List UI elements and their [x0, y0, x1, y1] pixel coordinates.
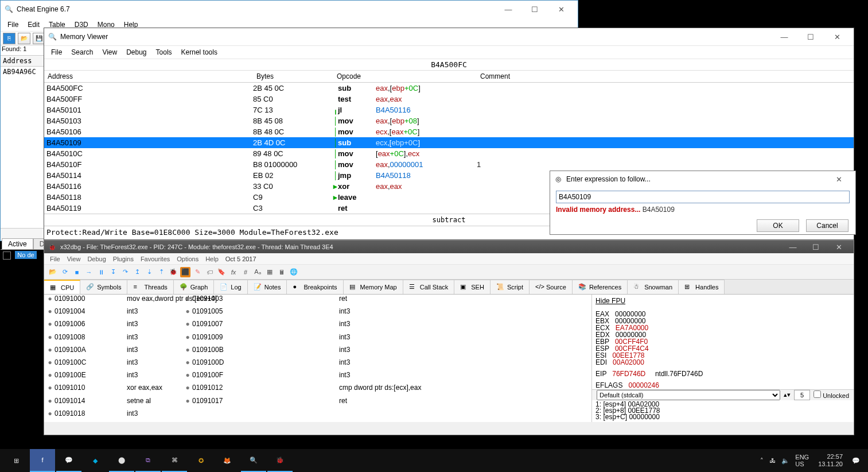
menu-tools[interactable]: Tools [151, 47, 177, 58]
expression-input[interactable] [556, 191, 850, 203]
menu-debug[interactable]: Debug [84, 254, 109, 264]
ok-button[interactable]: OK [757, 219, 799, 232]
menu-file[interactable]: File [46, 254, 64, 264]
minimize-button[interactable]: — [495, 1, 521, 18]
open-process-button[interactable]: ⎘ [3, 33, 15, 44]
grid-icon[interactable]: ▦ [264, 267, 275, 277]
x32-titlebar[interactable]: 🐞 x32dbg - File: TheForest32.exe - PID: … [44, 241, 854, 253]
patches-icon[interactable]: ⬛ [180, 267, 190, 277]
cheat-entry-description[interactable]: No de [15, 251, 36, 259]
step-out-icon[interactable]: ↥ [132, 267, 142, 277]
restart-icon[interactable]: ⟳ [60, 267, 70, 277]
tray-volume-icon[interactable]: 🔈 [781, 457, 789, 465]
disasm-row[interactable]: B4A5010C89 48 0C│mov[eax+0C],ecx [44, 148, 854, 159]
result-list[interactable]: Address AB94A96C [1, 56, 44, 228]
task-app-3[interactable]: ◆ [83, 449, 108, 472]
scylla-icon[interactable]: 🐞 [168, 267, 178, 277]
tray-network-icon[interactable]: 🖧 [769, 457, 776, 464]
task-discord[interactable]: 💬 [56, 449, 81, 472]
strings-icon[interactable]: Aₐ [252, 267, 263, 277]
step-into-icon[interactable]: ↧ [108, 267, 118, 277]
tab-log[interactable]: 📄Log [214, 280, 247, 294]
menu-plugins[interactable]: Plugins [110, 254, 137, 264]
step-over-icon[interactable]: ↷ [120, 267, 130, 277]
run-icon[interactable]: → [84, 267, 94, 277]
settings-icon[interactable]: 🌐 [289, 267, 299, 277]
task-app-1[interactable]: f [30, 449, 55, 472]
cheat-entry-checkbox[interactable] [3, 252, 11, 260]
tab-memory-map[interactable]: ▤Memory Map [344, 280, 403, 294]
disasm-row[interactable]: B4A501017C 13╷jlB4A50116 [44, 105, 854, 115]
menu-search[interactable]: Search [67, 47, 98, 58]
disasm-row[interactable]: B4A501038B 45 08│moveax,[ebp+08] [44, 115, 854, 126]
col-bytes[interactable]: Bytes [253, 71, 333, 82]
task-cheat-engine[interactable]: 🔍 [241, 449, 266, 472]
menu-options[interactable]: Options [173, 254, 202, 264]
menu-debug[interactable]: Debug [122, 47, 151, 58]
tab-cpu[interactable]: ▦CPU [44, 280, 80, 294]
task-app-6[interactable]: ⌘ [162, 449, 187, 472]
col-opcode[interactable]: Opcode [333, 71, 477, 82]
variables-icon[interactable]: # [240, 267, 251, 277]
comments-icon[interactable]: ✎ [192, 267, 203, 277]
trace-into-icon[interactable]: ⇣ [144, 267, 154, 277]
tab-breakpoints[interactable]: ●Breakpoints [287, 280, 343, 294]
tab-threads[interactable]: ≡Threads [127, 280, 173, 294]
tab-references[interactable]: 📚References [573, 280, 628, 294]
tray-chevron-up-icon[interactable]: ˄ [760, 457, 764, 465]
stop-icon[interactable]: ■ [72, 267, 82, 277]
menu-help[interactable]: Help [202, 254, 222, 264]
cancel-button[interactable]: Cancel [806, 219, 848, 232]
ce-titlebar[interactable]: 🔍 Cheat Engine 6.7 — ☐ ✕ [1, 1, 578, 18]
open-icon[interactable]: 📂 [48, 267, 58, 277]
minimize-button[interactable]: — [771, 28, 797, 45]
disasm-row[interactable]: B4A501068B 48 0C│movecx,[eax+0C] [44, 126, 854, 137]
disasm-row[interactable]: B4A500FF85 C0testeax,eax [44, 94, 854, 105]
maximize-button[interactable]: ☐ [804, 241, 827, 253]
open-file-button[interactable]: 📂 [18, 33, 30, 44]
param-count-spinner[interactable]: ▴▾ [784, 391, 791, 399]
disasm-row[interactable]: B4A5010FB8 01000000│moveax,000000011 [44, 159, 854, 170]
mv-titlebar[interactable]: 🔍 Memory Viewer — ☐ ✕ [44, 28, 854, 45]
task-app-8[interactable]: 🦊 [215, 449, 240, 472]
menu-view[interactable]: View [64, 254, 84, 264]
task-visual-studio[interactable]: ⧉ [135, 449, 161, 472]
hide-fpu-link[interactable]: Hide FPU [595, 297, 831, 305]
close-button[interactable]: ✕ [548, 1, 574, 18]
result-address[interactable]: AB94A96C [1, 67, 44, 77]
bookmarks-icon[interactable]: 🔖 [216, 267, 227, 277]
tab-script[interactable]: 📜Script [491, 280, 530, 294]
tab-handles[interactable]: ⊞Handles [679, 280, 725, 294]
tab-call-stack[interactable]: ☰Call Stack [403, 280, 455, 294]
registers-panel[interactable]: Hide FPU EAX 00000000EBX 00000000ECX EA7… [592, 295, 834, 389]
pause-icon[interactable]: ⏸ [96, 267, 106, 277]
disasm-row[interactable]: B4A501092B 4D 0C│subecx,[ebp+0C] [44, 137, 854, 148]
trace-over-icon[interactable]: ⇡ [156, 267, 166, 277]
maximize-button[interactable]: ☐ [521, 1, 548, 18]
menu-file[interactable]: File [3, 19, 23, 30]
task-steam[interactable]: ⬤ [109, 449, 134, 472]
tray-clock[interactable]: 22:57 13.11.20 [815, 453, 846, 468]
menu-edit[interactable]: Edit [23, 19, 44, 30]
labels-icon[interactable]: 🏷 [204, 267, 215, 277]
task-app-7[interactable]: ✪ [188, 449, 213, 472]
functions-icon[interactable]: fx [228, 267, 239, 277]
tray-notification-icon[interactable]: 💬 [852, 457, 860, 465]
unlocked-checkbox[interactable]: Unlocked [813, 390, 849, 399]
disassembly-view[interactable]: ●01091000mov eax,dword ptr ds:[ecx+4]●01… [44, 295, 592, 422]
col-comment[interactable]: Comment [477, 71, 868, 82]
menu-kernel-tools[interactable]: Kernel tools [177, 47, 222, 58]
disasm-row[interactable]: B4A500FC2B 45 0Csubeax,[ebp+0C] [44, 83, 854, 94]
param-count-input[interactable] [794, 390, 810, 400]
tab-seh[interactable]: ▣SEH [454, 280, 491, 294]
calc-icon[interactable]: 🖩 [277, 267, 287, 277]
follow-titlebar[interactable]: ◎ Enter expression to follow... ✕ [550, 171, 855, 187]
start-button[interactable]: ⊞ [3, 449, 29, 472]
menu-file[interactable]: File [46, 47, 67, 58]
tab-active[interactable]: Active [2, 238, 33, 249]
menu-favourites[interactable]: Favourites [137, 254, 173, 264]
maximize-button[interactable]: ☐ [797, 28, 824, 45]
tab-graph[interactable]: 🌳Graph [174, 280, 215, 294]
minimize-button[interactable]: — [781, 241, 804, 253]
tab-snowman[interactable]: ☃Snowman [628, 280, 679, 294]
